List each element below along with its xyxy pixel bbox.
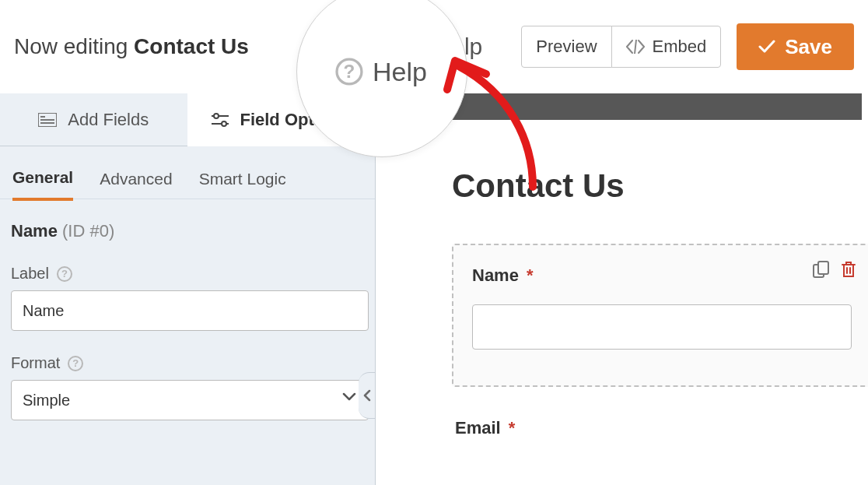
code-icon bbox=[626, 40, 645, 54]
preview-button[interactable]: Preview bbox=[521, 26, 611, 68]
name-input-preview bbox=[472, 304, 852, 350]
email-field-label: Email bbox=[455, 418, 501, 438]
svg-rect-9 bbox=[818, 262, 828, 274]
now-editing-prefix: Now editing bbox=[14, 34, 134, 58]
format-select[interactable] bbox=[11, 380, 369, 420]
required-mark: * bbox=[509, 418, 516, 438]
help-icon: ? bbox=[399, 34, 424, 59]
collapse-sidebar-button[interactable] bbox=[359, 372, 376, 419]
field-heading-id: (ID #0) bbox=[62, 221, 114, 241]
help-icon[interactable]: ? bbox=[68, 356, 83, 371]
form-title: Contact Us bbox=[452, 167, 868, 205]
help-label: Help bbox=[435, 33, 483, 60]
field-heading-name: Name bbox=[11, 221, 62, 241]
now-editing-name: Contact Us bbox=[134, 34, 249, 58]
field-heading: Name (ID #0) bbox=[11, 221, 364, 241]
page-title: Now editing Contact Us bbox=[14, 34, 249, 59]
label-caption: Label bbox=[11, 265, 49, 283]
format-caption: Format bbox=[11, 354, 60, 372]
tab-add-fields[interactable]: Add Fields bbox=[0, 93, 187, 146]
name-field-card[interactable]: Name * bbox=[452, 244, 868, 387]
tab-field-options[interactable]: Field Options bbox=[187, 93, 376, 146]
svg-point-5 bbox=[214, 114, 219, 118]
tab-field-options-label: Field Options bbox=[240, 110, 349, 130]
preview-label: Preview bbox=[536, 37, 597, 57]
subtab-smart-logic[interactable]: Smart Logic bbox=[199, 170, 286, 199]
chevron-left-icon bbox=[363, 389, 371, 402]
svg-point-7 bbox=[222, 121, 226, 126]
trash-icon[interactable] bbox=[841, 261, 856, 278]
label-input[interactable] bbox=[11, 290, 369, 331]
required-mark: * bbox=[527, 265, 534, 285]
tab-add-fields-label: Add Fields bbox=[68, 110, 149, 130]
sliders-icon bbox=[212, 113, 229, 127]
embed-label: Embed bbox=[653, 37, 707, 57]
duplicate-icon[interactable] bbox=[813, 261, 830, 278]
save-button[interactable]: Save bbox=[737, 23, 854, 70]
sidebar: Add Fields Field Options General Advance… bbox=[0, 93, 376, 485]
embed-button[interactable]: Embed bbox=[611, 26, 722, 68]
check-icon bbox=[758, 40, 775, 54]
help-icon[interactable]: ? bbox=[57, 266, 72, 282]
subtab-general[interactable]: General bbox=[12, 168, 73, 201]
subtab-advanced[interactable]: Advanced bbox=[100, 170, 172, 199]
form-icon bbox=[38, 113, 57, 127]
form-canvas: Contact Us Name * Email * bbox=[413, 136, 868, 485]
name-field-label: Name bbox=[472, 265, 519, 285]
save-label: Save bbox=[785, 35, 832, 59]
help-button[interactable]: ? Help bbox=[399, 33, 483, 60]
